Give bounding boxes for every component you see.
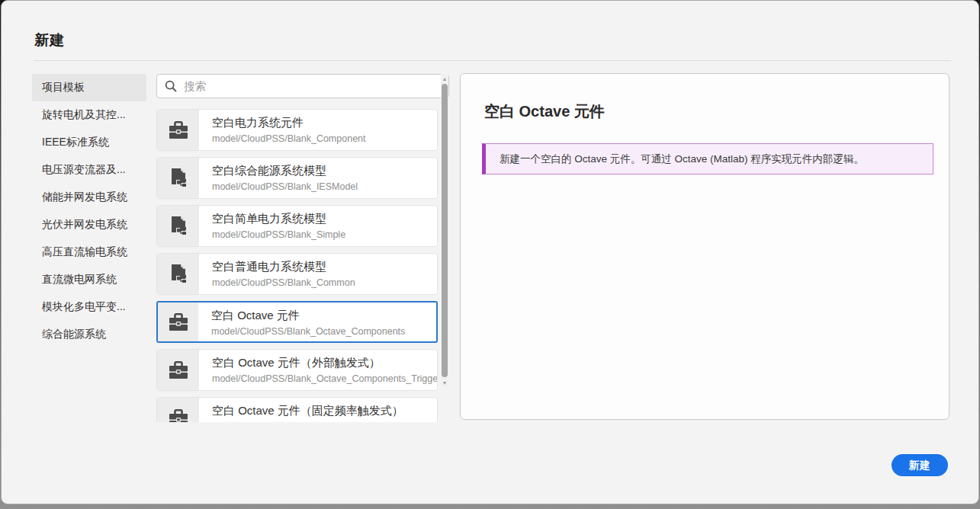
- sidebar-item[interactable]: 项目模板: [32, 74, 146, 101]
- template-card[interactable]: 空白电力系统元件 model/CloudPSS/Blank_Component: [156, 109, 438, 151]
- scroll-up-arrow[interactable]: ▲: [441, 74, 448, 83]
- template-card-icon-tile: [157, 206, 199, 246]
- sidebar-item[interactable]: 模块化多电平变...: [32, 293, 146, 321]
- category-sidebar: 项目模板 旋转电机及其控... IEEE标准系统 电压源变流器及... 储能并网…: [32, 74, 146, 348]
- sidebar-item[interactable]: 综合能源系统: [32, 321, 146, 348]
- sidebar-item[interactable]: 高压直流输电系统: [32, 238, 146, 266]
- template-card-text: 空白 Octave 元件（外部触发式） model/CloudPSS/Blank…: [199, 350, 437, 390]
- model-file-icon: [169, 216, 188, 237]
- template-card-text: 空白普通电力系统模型 model/CloudPSS/Blank_Common: [199, 254, 437, 294]
- template-card-icon-tile: [157, 254, 199, 294]
- sidebar-item[interactable]: 储能并网发电系统: [32, 184, 146, 211]
- template-card[interactable]: 空白 Octave 元件（外部触发式） model/CloudPSS/Blank…: [156, 349, 438, 391]
- template-card-icon-tile: [158, 303, 198, 341]
- create-button[interactable]: 新建: [892, 454, 948, 476]
- template-title: 空白 Octave 元件: [211, 309, 436, 323]
- template-card-text: 空白 Octave 元件 model/CloudPSS/Blank_Octave…: [198, 303, 436, 341]
- new-project-dialog: 新建 项目模板 旋转电机及其控... IEEE标准系统 电压源变流器及... 储…: [1, 0, 979, 504]
- template-path: model/CloudPSS/Blank_Octave_Components: [211, 326, 436, 337]
- sidebar-item[interactable]: 电压源变流器及...: [32, 156, 146, 184]
- template-card-icon-tile: [157, 398, 199, 422]
- template-title: 空白综合能源系统模型: [212, 164, 437, 178]
- template-path: model/CloudPSS/Blank_Simple: [212, 229, 437, 240]
- template-card[interactable]: 空白综合能源系统模型 model/CloudPSS/Blank_IESModel: [156, 157, 438, 199]
- scrollbar[interactable]: ▲ ▼: [441, 74, 448, 387]
- template-path: model/CloudPSS/Blank_IESModel: [212, 181, 437, 192]
- sidebar-item[interactable]: 旋转电机及其控...: [32, 101, 146, 129]
- template-card-icon-tile: [157, 158, 199, 198]
- template-card-icon-tile: [157, 350, 199, 390]
- model-file-icon: [169, 168, 188, 189]
- template-card[interactable]: 空白 Octave 元件（固定频率触发式） model/CloudPSS/Bla…: [156, 397, 438, 422]
- template-list-column: 空白电力系统元件 model/CloudPSS/Blank_Component: [156, 74, 449, 98]
- template-title: 空白普通电力系统模型: [212, 260, 437, 274]
- template-path: model/CloudPSS/Blank_Octave_Components_T…: [212, 373, 437, 384]
- sidebar-item[interactable]: IEEE标准系统: [32, 129, 146, 156]
- model-file-icon: [169, 264, 188, 285]
- detail-description-text: 新建一个空白的 Octave 元件。可通过 Octave (Matlab) 程序…: [500, 152, 864, 166]
- template-card-text: 空白 Octave 元件（固定频率触发式） model/CloudPSS/Bla…: [199, 398, 437, 422]
- dialog-title: 新建: [34, 30, 65, 50]
- template-title: 空白 Octave 元件（固定频率触发式）: [212, 404, 437, 418]
- template-title: 空白 Octave 元件（外部触发式）: [212, 356, 437, 370]
- template-path: model/CloudPSS/Blank_Common: [212, 277, 437, 288]
- template-card[interactable]: 空白 Octave 元件 model/CloudPSS/Blank_Octave…: [156, 301, 438, 343]
- detail-description-note: 新建一个空白的 Octave 元件。可通过 Octave (Matlab) 程序…: [482, 143, 933, 174]
- template-path: model/CloudPSS/Blank_Component: [212, 133, 437, 144]
- detail-panel: 空白 Octave 元件 新建一个空白的 Octave 元件。可通过 Octav…: [460, 73, 949, 420]
- toolbox-icon: [168, 312, 189, 332]
- template-card-text: 空白电力系统元件 model/CloudPSS/Blank_Component: [199, 110, 437, 150]
- template-card-icon-tile: [157, 110, 199, 150]
- template-title: 空白简单电力系统模型: [212, 212, 437, 226]
- title-divider: [34, 60, 951, 61]
- template-title: 空白电力系统元件: [212, 116, 437, 130]
- search-box[interactable]: [156, 74, 449, 98]
- sidebar-item[interactable]: 直流微电网系统: [32, 266, 146, 293]
- template-card[interactable]: 空白简单电力系统模型 model/CloudPSS/Blank_Simple: [156, 205, 438, 247]
- template-path: model/CloudPSS/Blank_Octave_Components_T…: [212, 421, 437, 422]
- template-card-text: 空白简单电力系统模型 model/CloudPSS/Blank_Simple: [199, 206, 437, 246]
- search-icon: [165, 80, 177, 92]
- detail-title: 空白 Octave 元件: [484, 101, 605, 122]
- toolbox-icon: [168, 360, 189, 380]
- template-card-text: 空白综合能源系统模型 model/CloudPSS/Blank_IESModel: [199, 158, 437, 198]
- search-input[interactable]: [184, 80, 441, 92]
- scroll-down-arrow[interactable]: ▼: [441, 378, 448, 387]
- template-list: 空白电力系统元件 model/CloudPSS/Blank_Component: [156, 109, 438, 422]
- scrollbar-thumb[interactable]: [442, 84, 448, 377]
- template-card[interactable]: 空白普通电力系统模型 model/CloudPSS/Blank_Common: [156, 253, 438, 295]
- sidebar-item[interactable]: 光伏并网发电系统: [32, 211, 146, 238]
- toolbox-icon: [168, 408, 189, 423]
- toolbox-icon: [168, 120, 189, 140]
